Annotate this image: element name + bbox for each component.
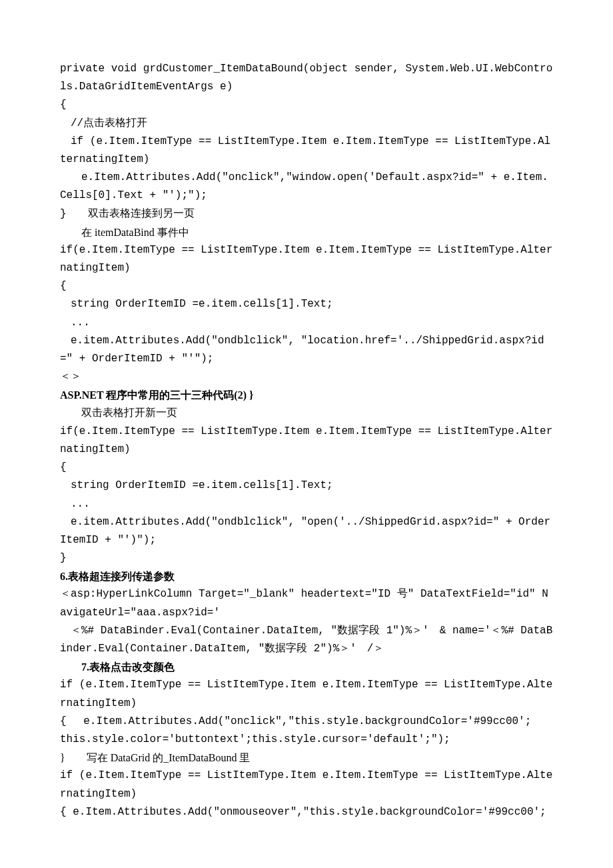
code-line: ＜asp:HyperLinkColumn Target="_blank" hea… <box>60 585 553 621</box>
code-line: e.item.Attributes.Add("ondblclick", "ope… <box>60 513 553 549</box>
code-line: string OrderItemID =e.item.cells[1].Text… <box>60 295 553 313</box>
code-line: string OrderItemID =e.item.cells[1].Text… <box>60 477 553 495</box>
code-line: { e.Item.Attributes.Add("onclick","this.… <box>60 713 553 731</box>
code-line: if (e.Item.ItemType == ListItemType.Item… <box>60 133 553 169</box>
code-line: if (e.Item.ItemType == ListItemType.Item… <box>60 767 553 803</box>
code-line: if(e.Item.ItemType == ListItemType.Item … <box>60 241 553 277</box>
code-line: this.style.color='buttontext';this.style… <box>60 731 553 749</box>
code-line: } 写在 DataGrid 的_ItemDataBound 里 <box>60 749 553 767</box>
code-line: 在 itemDataBind 事件中 <box>60 223 553 241</box>
code-line: 6.表格超连接列传递参数 <box>60 567 553 585</box>
code-line: { e.Item.Attributes.Add("onmouseover","t… <box>60 803 553 821</box>
code-line: ... <box>60 314 553 332</box>
code-line: //点击表格打开 <box>60 115 553 133</box>
code-line: if(e.Item.ItemType == ListItemType.Item … <box>60 423 553 459</box>
code-line: } 双击表格连接到另一页 <box>60 205 553 223</box>
code-line: ... <box>60 495 553 513</box>
code-line: } <box>60 549 553 567</box>
code-line: private void grdCustomer_ItemDataBound(o… <box>60 60 553 96</box>
code-line: e.Item.Attributes.Add("onclick","window.… <box>60 169 553 205</box>
code-line: { <box>60 459 553 477</box>
code-line: ASP.NET 程序中常用的三十三种代码(2) } <box>60 386 553 404</box>
code-line: ＜＞ <box>60 368 553 386</box>
code-line: 双击表格打开新一页 <box>60 405 553 423</box>
code-line: ＜%# DataBinder.Eval(Container.DataItem, … <box>60 622 553 658</box>
code-line: if (e.Item.ItemType == ListItemType.Item… <box>60 676 553 712</box>
document-body: private void grdCustomer_ItemDataBound(o… <box>60 60 553 821</box>
code-line: { <box>60 277 553 295</box>
code-line: e.item.Attributes.Add("ondblclick", "loc… <box>60 332 553 368</box>
code-line: 7.表格点击改变颜色 <box>60 658 553 676</box>
code-line: { <box>60 96 553 114</box>
